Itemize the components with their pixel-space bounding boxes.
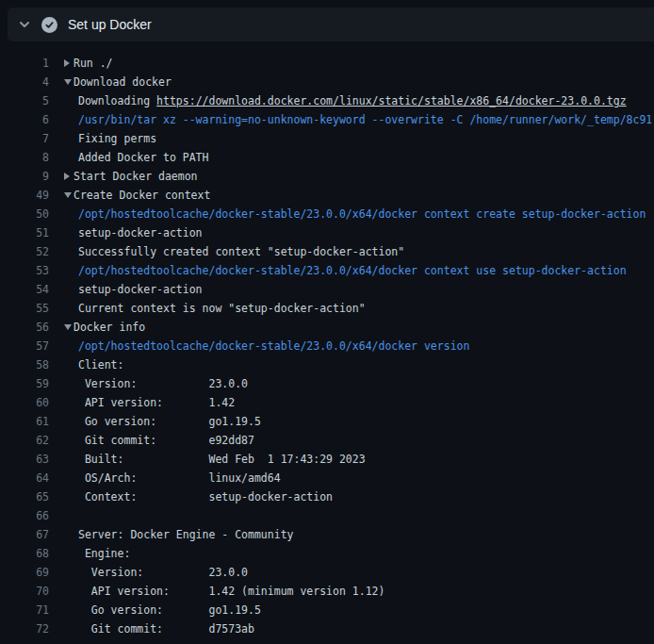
triangle-icon xyxy=(64,192,72,198)
log-line: 50/opt/hostedtoolcache/docker-stable/23.… xyxy=(0,205,654,223)
log-line: 65 Context: setup-docker-action xyxy=(0,487,654,506)
log-line: 71 Go version: go1.19.5 xyxy=(0,601,654,619)
log-line[interactable]: 9Start Docker daemon xyxy=(0,167,654,186)
line-number[interactable]: 51 xyxy=(0,223,49,242)
log-line: 6/usr/bin/tar xz --warning=no-unknown-ke… xyxy=(0,110,654,129)
log-line: 62 Git commit: e92dd87 xyxy=(0,431,654,450)
log-line: 61 Go version: go1.19.5 xyxy=(0,412,654,431)
log-text: Context: setup-docker-action xyxy=(78,487,333,506)
group-label[interactable]: Run ./ xyxy=(74,54,113,73)
log-text: Git commit: d7573ab xyxy=(78,619,254,638)
line-number[interactable]: 70 xyxy=(0,582,49,601)
log-line: 51setup-docker-action xyxy=(0,223,654,242)
log-text: Successfully created context "setup-dock… xyxy=(78,242,404,261)
log-text: Client: xyxy=(78,355,123,374)
line-number[interactable]: 67 xyxy=(0,525,49,544)
log-line: 68 Engine: xyxy=(0,544,654,563)
triangle-icon xyxy=(64,59,70,67)
chevron-down-icon[interactable] xyxy=(17,17,32,32)
group-label[interactable]: Download docker xyxy=(74,73,172,91)
line-number[interactable]: 50 xyxy=(0,205,49,223)
line-number[interactable]: 57 xyxy=(0,337,49,355)
log-line[interactable]: 1Run ./ xyxy=(0,54,654,73)
log-line: 58Client: xyxy=(0,355,654,374)
group-collapsed-icon[interactable] xyxy=(64,173,74,180)
line-number[interactable]: 64 xyxy=(0,469,49,487)
line-number[interactable]: 1 xyxy=(0,54,49,73)
log-line: 55Current context is now "setup-docker-a… xyxy=(0,299,654,318)
line-number[interactable]: 8 xyxy=(0,148,49,167)
log-text: OS/Arch: linux/amd64 xyxy=(78,469,281,487)
log-text: Current context is now "setup-docker-act… xyxy=(78,299,366,318)
triangle-icon xyxy=(64,79,72,85)
line-number[interactable]: 56 xyxy=(0,318,49,337)
line-number[interactable]: 68 xyxy=(0,544,49,563)
log-line: 70 API version: 1.42 (minimum version 1.… xyxy=(0,582,654,601)
log-line: 60 API version: 1.42 xyxy=(0,393,654,412)
line-number[interactable]: 5 xyxy=(0,91,49,110)
log-line[interactable]: 56Docker info xyxy=(0,318,654,337)
line-number[interactable]: 53 xyxy=(0,261,49,280)
line-number[interactable]: 72 xyxy=(0,619,49,638)
group-expanded-icon[interactable] xyxy=(64,79,74,85)
line-number[interactable]: 61 xyxy=(0,412,49,431)
log-area: 1Run ./4Download docker5Downloading http… xyxy=(0,41,654,638)
line-number[interactable]: 54 xyxy=(0,280,49,299)
line-number[interactable]: 6 xyxy=(0,110,49,129)
line-number[interactable]: 49 xyxy=(0,186,49,205)
log-line[interactable]: 4Download docker xyxy=(0,73,654,91)
log-text: setup-docker-action xyxy=(78,280,203,299)
log-line: 66 xyxy=(0,506,654,525)
log-text: Version: 23.0.0 xyxy=(78,563,248,582)
log-text: Downloading https://download.docker.com/… xyxy=(78,91,627,110)
log-line: 57/opt/hostedtoolcache/docker-stable/23.… xyxy=(0,337,654,355)
log-line: 69 Version: 23.0.0 xyxy=(0,563,654,582)
group-expanded-icon[interactable] xyxy=(64,324,74,330)
line-number[interactable]: 59 xyxy=(0,374,49,393)
line-number[interactable]: 66 xyxy=(0,506,49,525)
log-line: 63 Built: Wed Feb 1 17:43:29 2023 xyxy=(0,450,654,469)
line-number[interactable]: 58 xyxy=(0,355,49,374)
line-number[interactable]: 55 xyxy=(0,299,49,318)
line-number[interactable]: 9 xyxy=(0,167,49,186)
log-line: 52Successfully created context "setup-do… xyxy=(0,242,654,261)
log-line: 5Downloading https://download.docker.com… xyxy=(0,91,654,110)
log-text: Added Docker to PATH xyxy=(78,148,208,167)
line-number[interactable]: 52 xyxy=(0,242,49,261)
log-line: 8Added Docker to PATH xyxy=(0,148,654,167)
group-label[interactable]: Docker info xyxy=(74,318,145,337)
log-line: 54setup-docker-action xyxy=(0,280,654,299)
line-number[interactable]: 65 xyxy=(0,487,49,506)
step-header[interactable]: Set up Docker xyxy=(8,8,654,41)
log-text: Go version: go1.19.5 xyxy=(78,412,261,431)
line-number[interactable]: 62 xyxy=(0,431,49,450)
log-text: Server: Docker Engine - Community xyxy=(78,525,293,544)
log-command-text: /opt/hostedtoolcache/docker-stable/23.0.… xyxy=(78,205,646,223)
line-number[interactable]: 4 xyxy=(0,73,49,91)
line-number[interactable]: 71 xyxy=(0,601,49,619)
log-line[interactable]: 49Create Docker context xyxy=(0,186,654,205)
line-number[interactable]: 63 xyxy=(0,450,49,469)
line-number[interactable]: 69 xyxy=(0,563,49,582)
log-text: Go version: go1.19.5 xyxy=(78,601,261,619)
log-line: 59 Version: 23.0.0 xyxy=(0,374,654,393)
triangle-icon xyxy=(64,173,70,180)
line-number[interactable]: 60 xyxy=(0,393,49,412)
log-line: 72 Git commit: d7573ab xyxy=(0,619,654,638)
step-title: Set up Docker xyxy=(68,17,152,32)
log-url-link[interactable]: https://download.docker.com/linux/static… xyxy=(156,94,627,107)
log-command-text: /opt/hostedtoolcache/docker-stable/23.0.… xyxy=(78,261,627,280)
log-text: Version: 23.0.0 xyxy=(78,374,248,393)
log-text: setup-docker-action xyxy=(78,223,203,242)
log-text-prefix: Downloading xyxy=(78,94,156,107)
log-text: Built: Wed Feb 1 17:43:29 2023 xyxy=(78,450,366,469)
check-circle-icon xyxy=(41,17,57,33)
triangle-icon xyxy=(64,324,72,330)
log-text: API version: 1.42 xyxy=(78,393,235,412)
log-text: API version: 1.42 (minimum version 1.12) xyxy=(78,582,384,601)
group-expanded-icon[interactable] xyxy=(64,192,74,198)
line-number[interactable]: 7 xyxy=(0,129,49,148)
group-collapsed-icon[interactable] xyxy=(64,59,74,67)
group-label[interactable]: Start Docker daemon xyxy=(74,167,198,186)
group-label[interactable]: Create Docker context xyxy=(74,186,210,205)
